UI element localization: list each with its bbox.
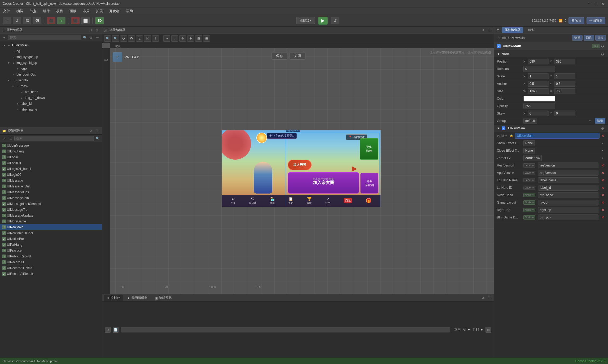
asset-item-uimessage-drift[interactable]: UIUIMessage_Drift <box>0 183 102 189</box>
lb-hero-name-delete[interactable]: ✕ <box>601 178 605 183</box>
scene-close-btn[interactable]: 关闭 <box>290 52 305 60</box>
asset-item-uimessagegps[interactable]: UIUIMessageGps <box>0 189 102 195</box>
scene-tool-move-h[interactable]: ↔ <box>163 35 170 42</box>
console-search-input[interactable] <box>121 327 450 332</box>
scene-canvas[interactable]: 500 400 使用鼠标右键平移视窗焦点，使用滚轮缩放视图 P PREFAB 保… <box>102 43 494 294</box>
toolbar-img[interactable]: 🖼 <box>33 17 41 24</box>
btn-game-d-input[interactable] <box>538 214 598 220</box>
scale-y-input[interactable] <box>554 73 575 79</box>
asset-item-uimessageupdate[interactable]: UIUIMessageUpdate <box>0 213 102 218</box>
menu-extend[interactable]: 扩展 <box>95 8 104 14</box>
asset-item-uilogin02[interactable]: UIUILogin02 <box>0 172 102 178</box>
tree-item-btn-head[interactable]: ○ btn_head <box>0 89 102 95</box>
node-head-input[interactable] <box>538 192 598 198</box>
menu-developer[interactable]: 开发者 <box>108 8 121 14</box>
scene-tool-w[interactable]: W <box>128 35 135 42</box>
lb-hero-id-delete[interactable]: ✕ <box>601 185 605 190</box>
close-effect-select[interactable]: None <box>523 148 535 154</box>
asset-item-uimessage[interactable]: UIUIMessage <box>0 178 102 183</box>
assets-list-view[interactable]: ☰ <box>8 136 13 141</box>
more-friends-btn[interactable]: 更多亲友圈 <box>360 173 378 194</box>
menu-panel[interactable]: 面板 <box>68 8 77 14</box>
size-w-input[interactable] <box>528 88 549 94</box>
bottom-refresh[interactable]: ↺ <box>480 295 485 301</box>
res-version-delete[interactable]: ✕ <box>601 163 605 168</box>
component-checkbox[interactable]: ✓ <box>497 44 501 48</box>
node-head-delete[interactable]: ✕ <box>601 193 605 198</box>
asset-item-uilingjiang[interactable]: UIUILingJiang <box>0 148 102 154</box>
scene-tool-t[interactable]: T <box>152 35 159 42</box>
tree-item-uinewmain[interactable]: ▼ ○ UINewMain <box>0 42 102 48</box>
opacity-input[interactable] <box>523 103 555 109</box>
res-version-input[interactable] <box>538 163 598 168</box>
app-version-delete[interactable]: ✕ <box>601 170 605 175</box>
tree-arrow-userinfo[interactable]: ▼ <box>7 79 11 82</box>
tree-item-btn-loginout[interactable]: ○ btn_LoginOut <box>0 72 102 77</box>
game-btn-store[interactable]: 🏪商服 <box>270 197 275 205</box>
asset-item-uimessagejoin[interactable]: UIUIMessageJoin <box>0 195 102 201</box>
hierarchy-refresh[interactable]: ↺ <box>88 28 93 33</box>
refresh-btn[interactable]: ↺ <box>331 17 339 24</box>
asset-item-uilogin[interactable]: UIUILogin <box>0 154 102 160</box>
skew-x-input[interactable] <box>528 111 549 116</box>
hierarchy-search-input[interactable] <box>8 35 81 40</box>
script-delete[interactable]: ✕ <box>601 133 605 138</box>
asset-item-uirecordallresult[interactable]: UIUIRecordAllResult <box>0 271 102 277</box>
tree-item-img-hp-down[interactable]: ○ img_hp_down <box>0 95 102 101</box>
menu-component[interactable]: 组件 <box>42 8 51 14</box>
component-gear[interactable]: ⚙ <box>600 43 605 49</box>
asset-item-uinewmain-hubei[interactable]: UIUINewMain_hubei <box>0 230 102 236</box>
scene-tool-center[interactable]: ⊟ <box>195 35 202 42</box>
play-button[interactable]: ▶ <box>318 17 328 25</box>
asset-item-uirecordall[interactable]: UIUIRecordAll <box>0 259 102 265</box>
assets-refresh[interactable]: ↺ <box>88 128 93 134</box>
scene-tool-search[interactable]: 🔍 <box>104 35 111 42</box>
asset-item-uipaihang[interactable]: UIUIPaiHang <box>0 242 102 248</box>
hierarchy-add[interactable]: + <box>2 35 7 40</box>
scene-tool-q[interactable]: Q <box>120 35 127 42</box>
scene-menu[interactable]: ☰ <box>487 28 492 33</box>
menu-project[interactable]: 项目 <box>55 8 64 14</box>
scene-tool-e[interactable]: E <box>136 35 143 42</box>
menu-layout[interactable]: 布局 <box>82 8 91 14</box>
console-file[interactable]: 📄 <box>113 327 119 333</box>
toolbar-record[interactable]: ⬜ <box>81 17 90 24</box>
btn-game-d-delete[interactable]: ✕ <box>601 215 605 220</box>
scene-tool-grid[interactable]: ⊞ <box>203 35 210 42</box>
scene-save-btn[interactable]: 保存 <box>272 52 287 60</box>
scene-tool-cross[interactable]: ✛ <box>179 35 186 42</box>
size-h-input[interactable] <box>554 88 575 94</box>
asset-item-uimessagelostconnect[interactable]: UIUIMessageLostConnect <box>0 201 102 207</box>
asset-item-uimoregame[interactable]: UIUIMoreGame <box>0 218 102 224</box>
prefab-revert-btn[interactable]: 回退 <box>584 35 594 41</box>
right-top-delete[interactable]: ✕ <box>601 208 605 212</box>
close-button[interactable]: ✕ <box>601 1 605 6</box>
show-effect-select[interactable]: None <box>523 140 535 146</box>
anchor-x-input[interactable] <box>528 81 549 87</box>
join-room-btn[interactable]: 加入房间 <box>288 160 312 170</box>
tab-game-preview[interactable]: ▣ 游戏预览 <box>152 295 175 301</box>
game-btn-shop[interactable]: 商城 <box>344 198 352 203</box>
maximize-button[interactable]: □ <box>594 1 598 6</box>
game-btn-antiaddiction[interactable]: 🛡防沉迷 <box>249 197 256 205</box>
anchor-y-input[interactable] <box>554 81 575 87</box>
join-friends-btn[interactable]: 加入亲友圈 <box>288 172 359 194</box>
lb-hero-id-input[interactable] <box>538 185 598 191</box>
asset-item-uinewmain[interactable]: UIUINewMain <box>0 224 102 230</box>
tree-item-mask[interactable]: ▼ ○ mask <box>0 83 102 89</box>
tree-arrow-uinewmain[interactable]: ▼ <box>3 44 6 47</box>
assets-search-icon[interactable]: 🔍 <box>95 136 100 141</box>
console-clear[interactable]: ⊘ <box>105 327 111 333</box>
game-layout-delete[interactable]: ✕ <box>601 200 605 205</box>
assets-menu[interactable]: ☰ <box>94 128 100 134</box>
toolbar-add[interactable]: + <box>3 17 11 24</box>
game-btn-share[interactable]: ↗分享 <box>325 197 330 205</box>
editor-btn[interactable]: ✏ 编辑器 <box>587 17 605 24</box>
simulator-button[interactable]: 模拟器 ▾ <box>296 17 315 24</box>
scale-x-input[interactable] <box>528 73 549 79</box>
tree-item-label-name[interactable]: ○ label_name <box>0 107 102 112</box>
console-maximize[interactable]: ⊞ <box>485 327 491 333</box>
app-version-input[interactable] <box>538 170 598 176</box>
tree-item-label-id[interactable]: ○ label_id <box>0 101 102 107</box>
hierarchy-search-icon[interactable]: 🔍 <box>82 35 88 40</box>
